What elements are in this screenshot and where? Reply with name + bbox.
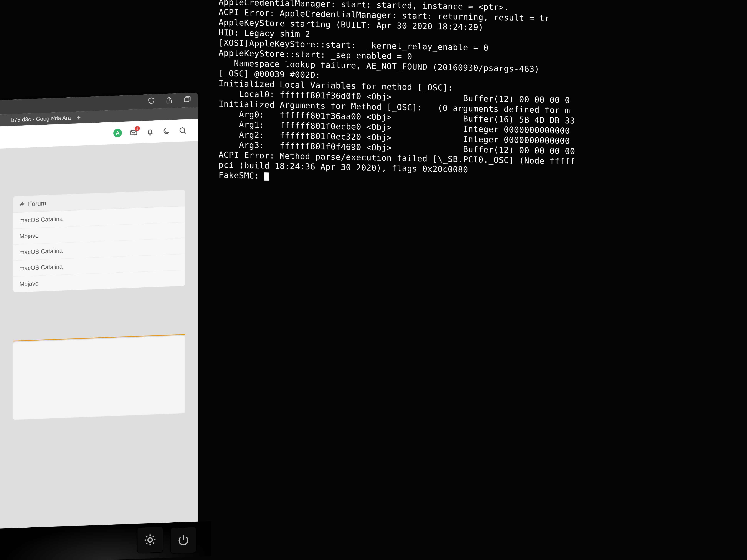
bell-icon[interactable] <box>146 127 155 136</box>
mail-icon[interactable]: 1 <box>129 128 138 137</box>
tabs-icon[interactable] <box>183 95 191 105</box>
tab-title[interactable]: b75 d3c - Google'da Ara <box>11 115 71 123</box>
forum-panel: Forum macOS CatalinaMojavemacOS Catalina… <box>13 190 185 293</box>
key-brightness[interactable] <box>137 527 163 553</box>
avatar[interactable]: A <box>113 129 122 137</box>
mail-badge-count: 1 <box>135 126 140 131</box>
boot-console: AppleCredentialManager: start: started, … <box>207 0 747 191</box>
forum-panel-title: Forum <box>28 199 46 208</box>
macbook-screen: b75 d3c - Google'da Ara + A 1 Forum macO… <box>0 92 198 537</box>
share-icon[interactable] <box>165 96 173 106</box>
share-arrow-icon <box>20 201 25 207</box>
console-cursor <box>264 172 269 181</box>
shield-icon[interactable] <box>148 97 155 106</box>
key-power[interactable] <box>171 527 197 554</box>
svg-point-3 <box>148 538 152 542</box>
page-content: Forum macOS CatalinaMojavemacOS Catalina… <box>0 141 198 420</box>
svg-rect-1 <box>131 130 137 135</box>
empty-panel <box>13 336 185 420</box>
moon-icon[interactable] <box>162 127 171 136</box>
new-tab-button[interactable]: + <box>77 113 81 122</box>
svg-rect-0 <box>184 98 189 102</box>
search-icon[interactable] <box>178 126 187 135</box>
